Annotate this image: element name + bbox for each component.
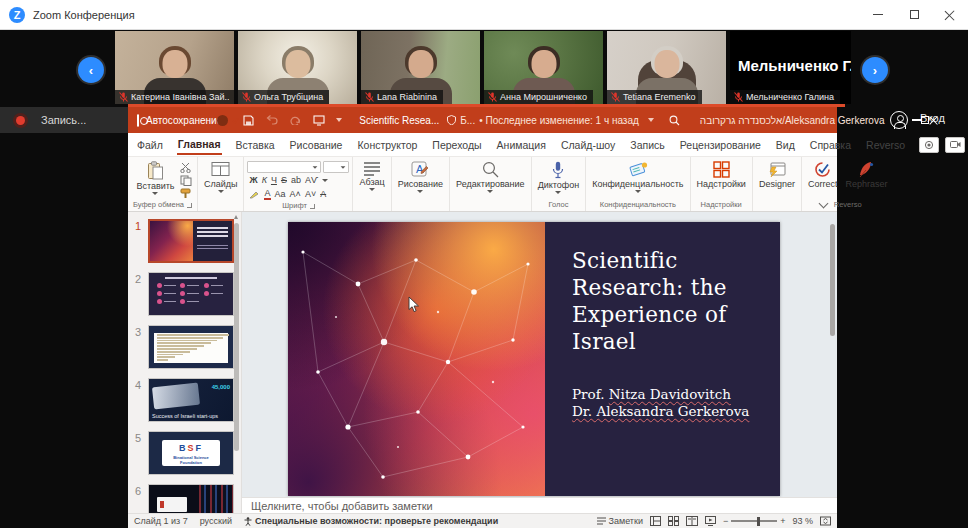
rephraser-button[interactable]: Rephraser xyxy=(842,159,890,191)
slide-thumbnail-6[interactable] xyxy=(148,484,234,513)
gallery-prev-button[interactable]: ‹ xyxy=(78,57,104,83)
slide-thumbnail-1[interactable] xyxy=(148,219,234,263)
accessibility-button[interactable]: Специальные возможности: проверьте реком… xyxy=(244,516,498,526)
video-tile[interactable]: Tetiana Eremenko xyxy=(607,31,726,104)
tab-draw[interactable]: Рисование xyxy=(289,136,344,154)
zoom-slider[interactable]: −+ xyxy=(723,516,786,526)
tab-review[interactable]: Рецензирование xyxy=(679,136,762,154)
text-shadow-button[interactable]: ab xyxy=(291,175,301,185)
notes-input[interactable]: Щелкните, чтобы добавить заметки xyxy=(242,497,837,513)
zoom-maximize-button[interactable] xyxy=(896,0,932,29)
tab-home[interactable]: Главная xyxy=(177,135,222,155)
strikethrough-button[interactable]: S xyxy=(281,175,287,185)
avatar[interactable] xyxy=(890,111,908,129)
grow-font-button[interactable]: А˄ xyxy=(290,189,301,199)
editing-button[interactable]: Редактирование xyxy=(453,159,528,195)
confidentiality-button[interactable]: Конфиденциальность xyxy=(589,159,686,195)
drawing-button[interactable]: A Рисование xyxy=(395,159,446,195)
slide-title[interactable]: Israel xyxy=(572,328,760,355)
video-tile[interactable]: Анна Мирошниченко xyxy=(484,31,603,104)
language-button[interactable]: русский xyxy=(200,516,232,526)
format-painter-icon[interactable] xyxy=(180,188,192,199)
quick-access-dropdown-icon[interactable] xyxy=(336,118,342,122)
slides-button[interactable]: Слайды xyxy=(201,159,241,195)
change-case-button[interactable]: Аа xyxy=(275,189,286,199)
slide-authors[interactable]: Prof. Nitza Davidovitch Dr. Aleksandra G… xyxy=(572,386,760,420)
zoom-minimize-button[interactable] xyxy=(860,0,896,29)
slide-editing-area[interactable]: Scientific Research: the Experience of I… xyxy=(242,212,837,497)
slide-thumbnail-4[interactable]: 45,000 Success of Israeli start-ups xyxy=(148,378,234,422)
tab-design[interactable]: Конструктор xyxy=(356,136,418,154)
redo-icon[interactable] xyxy=(290,115,301,125)
tab-slideshow[interactable]: Слайд-шоу xyxy=(560,136,616,154)
character-spacing-button[interactable]: АѴ xyxy=(305,175,318,185)
dialog-launcher-icon[interactable] xyxy=(310,204,315,209)
addins-button[interactable]: Надстройки xyxy=(694,159,749,191)
tab-animations[interactable]: Анимация xyxy=(496,136,547,154)
designer-button[interactable]: Designer xyxy=(756,159,798,191)
search-icon[interactable] xyxy=(669,115,680,126)
tab-record[interactable]: Запись xyxy=(629,136,665,154)
slide-area-scrollbar[interactable] xyxy=(829,214,836,495)
video-tile[interactable]: Катерина Іванівна Зай.. xyxy=(115,31,234,104)
zoom-close-button[interactable] xyxy=(932,0,968,29)
dictate-button[interactable]: Диктофон xyxy=(535,159,583,196)
video-tile[interactable]: Lana Riabinina xyxy=(361,31,480,104)
last-modified-label[interactable]: • Последнее изменение: 1 ч назад xyxy=(479,115,639,126)
tab-view[interactable]: Вид xyxy=(775,136,796,154)
account-name[interactable]: אלכסנדרה גרקרובה/Aleksandra Gerkerova xyxy=(700,115,885,126)
record-button[interactable] xyxy=(919,137,939,153)
slide-title[interactable]: Scientific xyxy=(572,247,760,274)
slide-thumbnail-2[interactable] xyxy=(148,272,234,316)
thumbnail-scrollbar[interactable] xyxy=(234,215,239,507)
italic-button[interactable]: К xyxy=(262,175,267,185)
present-display-icon[interactable] xyxy=(313,115,325,126)
slide-thumbnail-3[interactable] xyxy=(148,325,234,369)
ppt-minimize-button[interactable] xyxy=(912,107,921,133)
participant-name: Мельниченко Галина xyxy=(746,92,834,102)
highlight-pen-icon[interactable] xyxy=(249,189,260,199)
slide-title[interactable]: Research: the xyxy=(572,274,760,301)
save-icon[interactable] xyxy=(243,115,254,126)
slideshow-view-button[interactable] xyxy=(705,516,716,526)
notes-toggle-button[interactable]: Заметки xyxy=(597,516,643,526)
zoom-slider-knob[interactable] xyxy=(757,517,760,526)
font-size-select[interactable] xyxy=(323,161,349,173)
video-tile[interactable]: Ольга Трубіцина xyxy=(238,31,357,104)
underline-button[interactable]: Ч xyxy=(271,175,277,185)
slide-canvas[interactable]: Scientific Research: the Experience of I… xyxy=(288,222,780,496)
tab-help[interactable]: Справка xyxy=(809,136,852,154)
normal-view-button[interactable] xyxy=(650,516,661,526)
dialog-launcher-icon[interactable] xyxy=(187,203,192,208)
bold-button[interactable]: Ж xyxy=(249,175,257,185)
ribbon-tab-bar: Файл Главная Вставка Рисование Конструкт… xyxy=(128,133,837,157)
tab-insert[interactable]: Вставка xyxy=(235,136,276,154)
slide-title[interactable]: Experience of xyxy=(572,301,760,328)
paragraph-button[interactable]: Абзац xyxy=(356,159,387,193)
tab-file[interactable]: Файл xyxy=(136,136,164,154)
tab-reverso[interactable]: Reverso xyxy=(865,136,906,154)
paste-button[interactable]: Вставить xyxy=(133,159,177,197)
fit-to-window-button[interactable] xyxy=(820,516,831,526)
gallery-next-button[interactable]: › xyxy=(862,57,888,83)
font-color-button[interactable]: А xyxy=(264,188,270,200)
camera-button[interactable] xyxy=(945,137,965,153)
slide-text-panel[interactable]: Scientific Research: the Experience of I… xyxy=(545,222,780,496)
tab-transitions[interactable]: Переходы xyxy=(431,136,482,154)
correct-button[interactable]: Correct xyxy=(805,159,841,191)
slide-thumbnail-5[interactable]: BSF Binational Science Foundation xyxy=(148,431,234,475)
font-group: Ж К Ч S ab АѴ А Аа А˄ xyxy=(244,157,353,211)
slide-sorter-view-button[interactable] xyxy=(668,516,679,526)
copy-icon[interactable] xyxy=(180,175,192,186)
undo-icon[interactable] xyxy=(266,115,278,125)
zoom-level[interactable]: 93 % xyxy=(792,516,813,526)
shrink-font-button[interactable]: А˅ xyxy=(305,189,316,199)
clear-formatting-button[interactable]: А xyxy=(320,189,326,199)
reading-view-button[interactable] xyxy=(686,516,698,526)
ppt-close-button[interactable] xyxy=(929,107,938,133)
participant-name: Катерина Іванівна Зай.. xyxy=(131,92,229,102)
ppt-restore-button[interactable] xyxy=(921,107,929,133)
font-name-select[interactable] xyxy=(247,161,321,173)
cut-icon[interactable] xyxy=(180,162,192,173)
video-tile[interactable]: Мельниченко Г... Мельниченко Галина xyxy=(730,31,851,104)
